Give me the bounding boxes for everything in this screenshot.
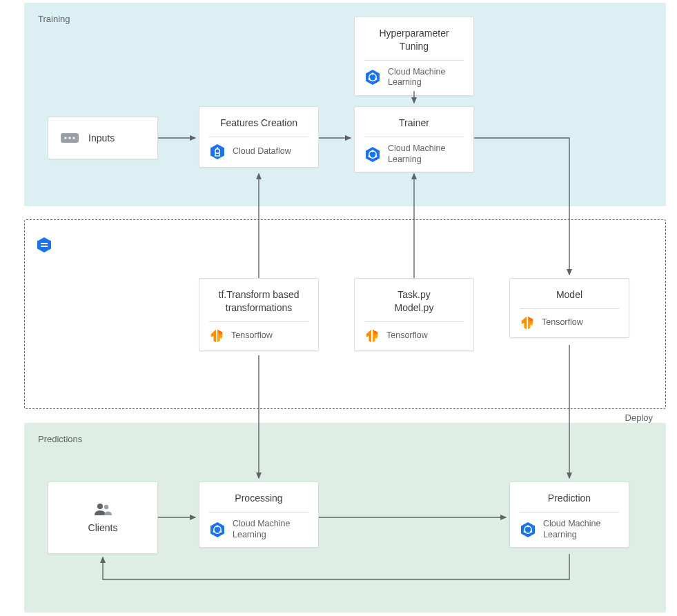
svg-point-18 — [97, 504, 103, 509]
input-icon — [61, 133, 79, 143]
node-processing: Processing Cloud Machine Learning — [199, 481, 319, 548]
node-features-title: Features Creation — [199, 107, 318, 137]
node-model-sub: Tensorflow — [542, 317, 583, 328]
node-trainer-title: Trainer — [355, 107, 473, 137]
equals-hex-icon — [36, 237, 52, 253]
svg-point-19 — [104, 504, 108, 508]
cml-hex-icon — [364, 69, 381, 86]
cml-hex-icon — [520, 521, 536, 538]
cml-hex-icon — [209, 521, 226, 538]
node-processing-sub: Cloud Machine Learning — [233, 519, 290, 540]
node-hyper: Hyperparameter Tuning Cloud Machine Lear… — [354, 17, 474, 96]
node-hyper-sub: Cloud Machine Learning — [388, 67, 445, 88]
node-model-title: Model — [510, 279, 629, 308]
tensorflow-icon — [520, 315, 535, 330]
node-taskmodel-sub: Tensorflow — [386, 330, 428, 341]
node-trainer: Trainer Cloud Machine Learning — [354, 106, 474, 172]
node-features-sub: Cloud Dataflow — [233, 146, 291, 157]
node-prediction-sub: Cloud Machine Learning — [543, 519, 600, 540]
node-tftransform-title: tf.Transform based transformations — [199, 279, 318, 321]
svg-marker-0 — [37, 237, 51, 252]
svg-rect-2 — [41, 246, 48, 247]
node-trainer-sub: Cloud Machine Learning — [388, 143, 445, 165]
node-taskmodel: Task.py Model.py Tensorflow — [354, 278, 474, 351]
node-processing-title: Processing — [199, 482, 318, 512]
panel-training-label: Training — [38, 14, 70, 24]
node-taskmodel-title: Task.py Model.py — [355, 279, 473, 321]
node-inputs: Inputs — [48, 117, 158, 159]
svg-point-15 — [64, 137, 66, 139]
tensorflow-icon — [364, 328, 380, 344]
deploy-label: Deploy — [625, 413, 653, 423]
dataflow-hex-icon — [209, 143, 226, 160]
node-features: Features Creation Cloud Dataflow — [199, 106, 319, 168]
panel-predictions-label: Predictions — [38, 434, 82, 444]
svg-rect-1 — [41, 243, 48, 244]
node-prediction: Prediction Cloud Machine Learning — [509, 481, 629, 548]
svg-point-17 — [72, 137, 75, 139]
node-clients: Clients — [48, 481, 158, 554]
node-clients-title: Clients — [88, 522, 118, 533]
cml-hex-icon — [364, 146, 381, 163]
node-model: Model Tensorflow — [509, 278, 629, 338]
node-tftransform: tf.Transform based transformations Tenso… — [199, 278, 319, 351]
people-icon — [93, 503, 112, 515]
node-prediction-title: Prediction — [510, 482, 629, 512]
node-hyper-title: Hyperparameter Tuning — [355, 17, 473, 60]
node-tftransform-sub: Tensorflow — [231, 330, 273, 341]
panel-training: Training — [24, 3, 666, 206]
tensorflow-icon — [209, 328, 224, 344]
svg-point-16 — [68, 137, 70, 139]
node-inputs-title: Inputs — [88, 132, 115, 143]
